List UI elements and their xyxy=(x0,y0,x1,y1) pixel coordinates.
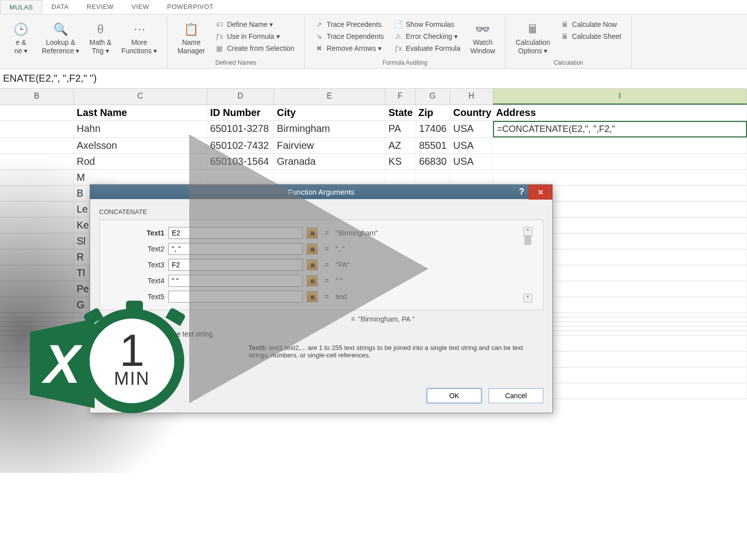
cell[interactable] xyxy=(0,249,74,265)
arg-input[interactable] xyxy=(168,243,303,255)
cell[interactable]: Fairview xyxy=(274,138,385,153)
calculate-now-button[interactable]: 🖩Calculate Now xyxy=(556,18,625,30)
dialog-help-button[interactable]: ? xyxy=(519,187,524,197)
tab-data[interactable]: DATA xyxy=(42,0,78,14)
col-G[interactable]: G xyxy=(415,89,450,105)
cell[interactable]: M xyxy=(74,170,207,185)
cell[interactable] xyxy=(493,154,747,169)
header-zip[interactable]: Zip xyxy=(415,105,450,120)
cell[interactable] xyxy=(0,186,74,201)
cell[interactable] xyxy=(385,170,415,185)
arg-input[interactable] xyxy=(168,291,303,303)
cell[interactable]: USA xyxy=(450,154,493,169)
more-functions-button[interactable]: ⋯ MoreFunctions ▾ xyxy=(118,18,161,57)
cell[interactable] xyxy=(0,202,74,217)
col-I[interactable]: I xyxy=(493,89,747,105)
cell[interactable]: 650102-7432 xyxy=(207,138,274,153)
cell[interactable]: Rod xyxy=(74,154,207,169)
cell[interactable]: PA xyxy=(385,121,415,137)
col-F[interactable]: F xyxy=(385,89,415,105)
cell[interactable] xyxy=(0,138,74,153)
name-manager-button[interactable]: 📋 NameManager xyxy=(173,18,209,57)
arg-input[interactable] xyxy=(168,259,303,271)
watch-window-button[interactable]: 👓 WatchWindow xyxy=(467,18,499,57)
cell[interactable]: 85501 xyxy=(415,138,450,153)
header-id[interactable]: ID Number xyxy=(207,105,274,120)
range-picker-icon[interactable]: ▦ xyxy=(307,243,318,254)
cell[interactable]: Hahn xyxy=(74,121,207,137)
cell[interactable]: 650103-1564 xyxy=(207,154,274,169)
cell[interactable]: USA xyxy=(450,121,493,137)
cell[interactable]: 17406 xyxy=(415,121,450,137)
col-D[interactable]: D xyxy=(207,89,274,105)
cell[interactable] xyxy=(493,170,747,185)
col-B[interactable]: B xyxy=(0,89,74,105)
tab-formulas[interactable]: MULAS xyxy=(0,0,42,14)
cell[interactable] xyxy=(493,138,747,153)
cell[interactable] xyxy=(0,170,74,185)
scroll-thumb[interactable] xyxy=(524,236,531,245)
cell[interactable] xyxy=(0,233,74,249)
args-scrollbar[interactable]: ˄ ˅ xyxy=(523,227,533,303)
cell[interactable]: Axelsson xyxy=(74,138,207,153)
tab-powerpivot[interactable]: POWERPIVOT xyxy=(158,0,223,14)
cell[interactable]: USA xyxy=(450,138,493,153)
range-picker-icon[interactable]: ▦ xyxy=(307,259,318,270)
header-lastname[interactable]: Last Name xyxy=(74,105,207,120)
scroll-down-button[interactable]: ˅ xyxy=(523,294,532,303)
cell[interactable] xyxy=(274,170,385,185)
scroll-up-button[interactable]: ˄ xyxy=(523,227,532,236)
cell[interactable]: KS xyxy=(385,154,415,169)
range-picker-icon[interactable]: ▦ xyxy=(307,275,318,286)
argument-row: Text5▦=text xyxy=(110,291,517,303)
dialog-titlebar[interactable]: Function Arguments ? ✕ xyxy=(90,185,552,199)
trace-precedents-button[interactable]: ⇗Trace Precedents xyxy=(311,18,388,30)
lookup-reference-button[interactable]: 🔍 Lookup &Reference ▾ xyxy=(38,18,83,57)
cell[interactable]: Birmingham xyxy=(274,121,385,137)
arg-input[interactable] xyxy=(168,227,303,239)
arg-input[interactable] xyxy=(168,275,303,287)
cell[interactable] xyxy=(0,218,74,233)
cell[interactable] xyxy=(0,154,74,169)
cell[interactable] xyxy=(415,170,450,185)
cell[interactable]: AZ xyxy=(385,138,415,153)
use-in-formula-button[interactable]: ƒxUse in Formula ▾ xyxy=(211,30,298,42)
date-time-button[interactable]: 🕒 e &ne ▾ xyxy=(6,18,36,57)
header-city[interactable]: City xyxy=(274,105,385,120)
cancel-button[interactable]: Cancel xyxy=(489,388,543,403)
evaluate-formula-button[interactable]: ƒxEvaluate Formula xyxy=(390,42,465,54)
cell[interactable] xyxy=(207,170,274,185)
range-picker-icon[interactable]: ▦ xyxy=(307,291,318,302)
cell[interactable]: 650101-3278 xyxy=(207,121,274,137)
group-function-library: 🕒 e &ne ▾ 🔍 Lookup &Reference ▾ θ Math &… xyxy=(0,16,167,68)
cell[interactable] xyxy=(450,170,493,185)
error-checking-button[interactable]: ⚠Error Checking ▾ xyxy=(390,30,465,42)
header-country[interactable]: Country xyxy=(450,105,493,120)
cell[interactable] xyxy=(0,265,74,281)
show-formulas-button[interactable]: 📄Show Formulas xyxy=(390,18,465,30)
arg-result: ", " xyxy=(336,245,345,253)
formula-bar[interactable]: ENATE(E2,", ",F2," ") xyxy=(0,69,747,89)
create-from-selection-button[interactable]: ▦Create from Selection xyxy=(211,42,298,54)
calculate-sheet-button[interactable]: 🖩Calculate Sheet xyxy=(556,30,625,42)
col-E[interactable]: E xyxy=(274,89,385,105)
col-C[interactable]: C xyxy=(74,89,207,105)
tab-view[interactable]: VIEW xyxy=(123,0,158,14)
define-name-button[interactable]: 🏷Define Name ▾ xyxy=(211,18,298,30)
cell[interactable] xyxy=(0,121,74,137)
ok-button[interactable]: OK xyxy=(427,388,482,403)
calculation-options-button[interactable]: 🖩 CalculationOptions ▾ xyxy=(511,18,554,57)
col-H[interactable]: H xyxy=(450,89,493,105)
header-address[interactable]: Address xyxy=(493,105,747,120)
range-picker-icon[interactable]: ▦ xyxy=(307,227,318,238)
tab-review[interactable]: REVIEW xyxy=(78,0,123,14)
cell[interactable]: 66830 xyxy=(415,154,450,169)
math-trig-button[interactable]: θ Math &Trig ▾ xyxy=(85,18,115,57)
cell[interactable] xyxy=(0,281,74,297)
trace-dependents-button[interactable]: ⇘Trace Dependents xyxy=(311,30,388,42)
header-state[interactable]: State xyxy=(385,105,415,120)
dialog-close-button[interactable]: ✕ xyxy=(528,185,552,200)
remove-arrows-button[interactable]: ✖Remove Arrows ▾ xyxy=(311,42,388,54)
cell[interactable]: Granada xyxy=(274,154,385,169)
cell[interactable]: =CONCATENATE(E2,", ",F2," xyxy=(493,121,747,137)
